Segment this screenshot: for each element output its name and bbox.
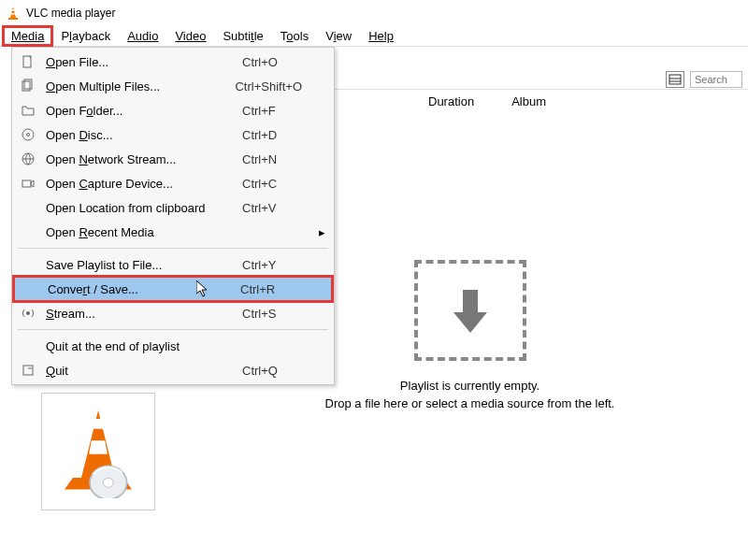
menu-subtitle[interactable]: Subtitle <box>215 27 270 45</box>
menu-separator <box>18 248 328 249</box>
shortcut: Ctrl+C <box>242 177 308 191</box>
capture-icon <box>20 176 36 191</box>
shortcut: Ctrl+Y <box>242 258 308 272</box>
file-icon <box>20 54 36 69</box>
svg-marker-23 <box>89 440 108 453</box>
menu-open-recent[interactable]: Open Recent Media ▸ <box>12 220 334 244</box>
media-dropdown: Open File... Ctrl+O Open Multiple Files.… <box>11 47 335 385</box>
search-input[interactable] <box>690 71 742 88</box>
svg-point-8 <box>27 134 30 136</box>
shortcut: Ctrl+Shift+O <box>235 79 308 93</box>
menu-open-disc[interactable]: Open Disc... Ctrl+D <box>12 122 334 147</box>
window-title: VLC media player <box>26 7 115 20</box>
shortcut: Ctrl+R <box>240 282 306 296</box>
menu-bar: Media Playback Audio Video Subtitle Tool… <box>0 26 748 47</box>
menu-quit-end[interactable]: Quit at the end of playlist <box>12 334 334 358</box>
column-album[interactable]: Album <box>511 94 546 108</box>
svg-point-7 <box>22 129 34 140</box>
shortcut: Ctrl+D <box>242 128 308 142</box>
menu-view[interactable]: View <box>318 27 359 45</box>
shortcut: Ctrl+O <box>242 55 308 69</box>
menu-video[interactable]: Video <box>167 27 213 45</box>
vlc-cone-icon <box>6 6 21 21</box>
drop-target-frame <box>414 260 526 361</box>
svg-marker-0 <box>10 7 16 18</box>
folder-icon <box>20 103 36 118</box>
svg-rect-16 <box>669 75 681 84</box>
svg-rect-14 <box>23 366 33 375</box>
menu-open-folder[interactable]: Open Folder... Ctrl+F <box>12 98 334 122</box>
mouse-cursor-icon <box>196 280 211 302</box>
disc-icon <box>20 127 36 142</box>
svg-rect-3 <box>8 18 18 20</box>
svg-marker-22 <box>94 419 104 429</box>
menu-stream[interactable]: Stream... Ctrl+S <box>12 301 334 325</box>
menu-open-file[interactable]: Open File... Ctrl+O <box>12 50 334 74</box>
playlist-list-header: Duration Album <box>335 92 748 110</box>
shortcut: Ctrl+N <box>242 152 308 166</box>
menu-open-multiple[interactable]: Open Multiple Files... Ctrl+Shift+O <box>12 74 334 98</box>
svg-marker-27 <box>196 280 207 296</box>
menu-convert-save[interactable]: Convert / Save... Ctrl+R <box>14 277 332 301</box>
files-icon <box>20 79 36 93</box>
menu-open-location[interactable]: Open Location from clipboard Ctrl+V <box>12 195 334 220</box>
shortcut: Ctrl+F <box>242 104 308 118</box>
svg-rect-1 <box>11 9 15 11</box>
arrow-down-icon <box>442 282 498 338</box>
menu-save-playlist[interactable]: Save Playlist to File... Ctrl+Y <box>12 252 334 277</box>
menu-playback[interactable]: Playback <box>53 27 118 45</box>
menu-separator <box>18 329 328 330</box>
svg-rect-19 <box>463 290 478 312</box>
shortcut: Ctrl+S <box>242 307 308 321</box>
menu-media[interactable]: Media <box>4 27 51 45</box>
svg-point-13 <box>26 311 30 315</box>
svg-point-26 <box>103 478 113 487</box>
shortcut: Ctrl+V <box>242 201 308 215</box>
submenu-arrow-icon: ▸ <box>317 225 326 239</box>
quit-icon <box>20 363 36 378</box>
svg-rect-2 <box>10 13 15 15</box>
svg-rect-11 <box>22 180 31 187</box>
column-duration[interactable]: Duration <box>428 94 474 108</box>
stream-icon <box>20 306 36 321</box>
album-art-placeholder <box>41 393 155 510</box>
empty-playlist-text: Playlist is currently empty. Drop a file… <box>325 378 615 413</box>
network-icon <box>20 151 36 166</box>
view-mode-button[interactable] <box>666 71 684 88</box>
svg-marker-20 <box>453 312 487 333</box>
vlc-cone-large-icon <box>56 405 140 498</box>
menu-help[interactable]: Help <box>361 27 401 45</box>
menu-open-capture[interactable]: Open Capture Device... Ctrl+C <box>12 171 334 195</box>
shortcut: Ctrl+Q <box>242 364 308 378</box>
menu-audio[interactable]: Audio <box>120 27 165 45</box>
title-bar: VLC media player <box>0 0 748 26</box>
menu-quit[interactable]: Quit Ctrl+Q <box>12 358 334 382</box>
menu-open-network[interactable]: Open Network Stream... Ctrl+N <box>12 147 334 171</box>
menu-tools[interactable]: Tools <box>273 27 316 45</box>
svg-rect-4 <box>23 56 31 67</box>
toolbar <box>335 69 748 90</box>
